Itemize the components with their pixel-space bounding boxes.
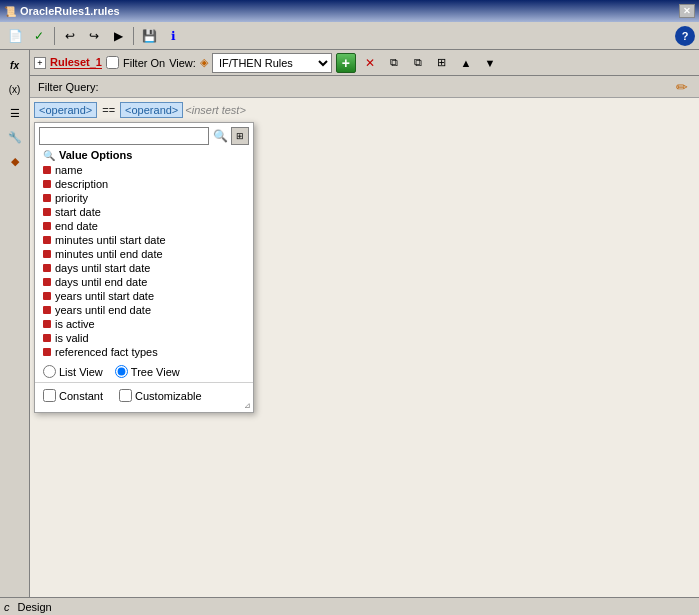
tree-view-radio[interactable]: Tree View (115, 365, 180, 378)
rule-area: <operand> == <operand> <insert test> 🔍 ⊞… (30, 98, 699, 597)
left-sidebar: fx (x) ☰ 🔧 ◆ (0, 50, 30, 597)
bullet-icon (43, 278, 51, 286)
list-item[interactable]: start date (39, 205, 249, 219)
tree-view-label: Tree View (131, 366, 180, 378)
list-item[interactable]: referenced fact types (39, 345, 249, 359)
redo-button[interactable]: ↪ (83, 25, 105, 47)
options-list: name description priority start date (35, 163, 253, 359)
customizable-checkbox[interactable] (119, 389, 132, 402)
search-button[interactable]: 🔍 (211, 127, 229, 145)
save-button[interactable]: 💾 (138, 25, 160, 47)
main-container: fx (x) ☰ 🔧 ◆ + Ruleset_1 Filter On View:… (0, 50, 699, 597)
value-options-popup: 🔍 ⊞ 🔍 Value Options name desc (34, 122, 254, 413)
bullet-icon (43, 250, 51, 258)
bullet-icon (43, 334, 51, 342)
list-item[interactable]: is valid (39, 331, 249, 345)
list-item[interactable]: name (39, 163, 249, 177)
list-view-label: List View (59, 366, 103, 378)
view-label: View: (169, 57, 196, 69)
list-item[interactable]: years until start date (39, 289, 249, 303)
ruleset-expand[interactable]: + (34, 57, 46, 69)
constant-checkbox-label[interactable]: Constant (43, 389, 103, 402)
bullet-icon (43, 292, 51, 300)
bullet-icon (43, 348, 51, 356)
list-item[interactable]: description (39, 177, 249, 191)
bullet-icon (43, 320, 51, 328)
run-button[interactable]: ▶ (107, 25, 129, 47)
list-button[interactable]: ⊞ (231, 127, 249, 145)
filter-on-checkbox[interactable] (106, 56, 119, 69)
constant-checkbox[interactable] (43, 389, 56, 402)
list-item[interactable]: minutes until start date (39, 233, 249, 247)
filter-bar: Filter Query: ✏ (30, 76, 699, 98)
bullet-icon (43, 180, 51, 188)
list-item[interactable]: end date (39, 219, 249, 233)
customizable-checkbox-label[interactable]: Customizable (119, 389, 202, 402)
move-up-button[interactable]: ▲ (456, 53, 476, 73)
separator-1 (54, 27, 55, 45)
ruleset-name: Ruleset_1 (50, 56, 102, 69)
title-bar: 📜 OracleRules1.rules ✕ (0, 0, 699, 22)
resize-handle[interactable]: ⊿ (244, 401, 251, 410)
bullet-icon (43, 208, 51, 216)
new-button[interactable]: 📄 (4, 25, 26, 47)
search-row: 🔍 ⊞ (35, 123, 253, 147)
bullet-icon (43, 236, 51, 244)
bullet-icon (43, 264, 51, 272)
add-rule-button[interactable]: + (336, 53, 356, 73)
options-header: 🔍 Value Options (35, 147, 253, 163)
list-item[interactable]: days until end date (39, 275, 249, 289)
sidebar-btn-list[interactable]: ☰ (4, 102, 26, 124)
customizable-label: Customizable (135, 390, 202, 402)
main-toolbar: 📄 ✓ ↩ ↪ ▶ 💾 ℹ ? (0, 22, 699, 50)
sidebar-btn-wrench[interactable]: 🔧 (4, 126, 26, 148)
list-item[interactable]: is active (39, 317, 249, 331)
list-item[interactable]: minutes until end date (39, 247, 249, 261)
insert-test-label[interactable]: <insert test> (185, 104, 246, 116)
filter-on-label: Filter On (123, 57, 165, 69)
checkbox-row: Constant Customizable (35, 382, 253, 404)
move-down-button[interactable]: ▼ (480, 53, 500, 73)
operand1-tag[interactable]: <operand> (34, 102, 97, 118)
radio-row: List View Tree View (35, 359, 253, 382)
clear-filter-button[interactable]: ✏ (673, 78, 691, 96)
sidebar-btn-fx[interactable]: fx (4, 54, 26, 76)
filter-query-label: Filter Query: (38, 81, 99, 93)
view-select[interactable]: IF/THEN Rules (212, 53, 332, 73)
operand2-tag[interactable]: <operand> (120, 102, 183, 118)
copy-down-button[interactable]: ⧉ (408, 53, 428, 73)
list-view-radio[interactable]: List View (43, 365, 103, 378)
rule-row: <operand> == <operand> <insert test> (34, 102, 695, 118)
grid-button[interactable]: ⊞ (432, 53, 452, 73)
ruleset-toolbar: + Ruleset_1 Filter On View: ◈ IF/THEN Ru… (30, 50, 699, 76)
search-input[interactable] (39, 127, 209, 145)
delete-rule-button[interactable]: ✕ (360, 53, 380, 73)
list-item[interactable]: days until start date (39, 261, 249, 275)
copy-up-button[interactable]: ⧉ (384, 53, 404, 73)
undo-button[interactable]: ↩ (59, 25, 81, 47)
list-item[interactable]: years until end date (39, 303, 249, 317)
bullet-icon (43, 222, 51, 230)
bullet-icon (43, 194, 51, 202)
bullet-icon (43, 166, 51, 174)
check-button[interactable]: ✓ (28, 25, 50, 47)
content-area: + Ruleset_1 Filter On View: ◈ IF/THEN Ru… (30, 50, 699, 597)
tree-view-input[interactable] (115, 365, 128, 378)
list-view-input[interactable] (43, 365, 56, 378)
info-button[interactable]: ℹ (162, 25, 184, 47)
status-bar: c Design (0, 597, 699, 615)
help-button[interactable]: ? (675, 26, 695, 46)
title-bar-icon: 📜 (4, 6, 16, 17)
search-icon: 🔍 (43, 150, 55, 161)
list-item[interactable]: priority (39, 191, 249, 205)
sidebar-btn-var[interactable]: (x) (4, 78, 26, 100)
constant-label: Constant (59, 390, 103, 402)
sidebar-btn-diamond[interactable]: ◆ (4, 150, 26, 172)
operator-label: == (99, 103, 118, 117)
bullet-icon (43, 306, 51, 314)
title-bar-close[interactable]: ✕ (679, 4, 695, 18)
view-icon: ◈ (200, 56, 208, 69)
status-right: Design (18, 601, 52, 613)
separator-2 (133, 27, 134, 45)
title-bar-title: OracleRules1.rules (20, 5, 120, 17)
